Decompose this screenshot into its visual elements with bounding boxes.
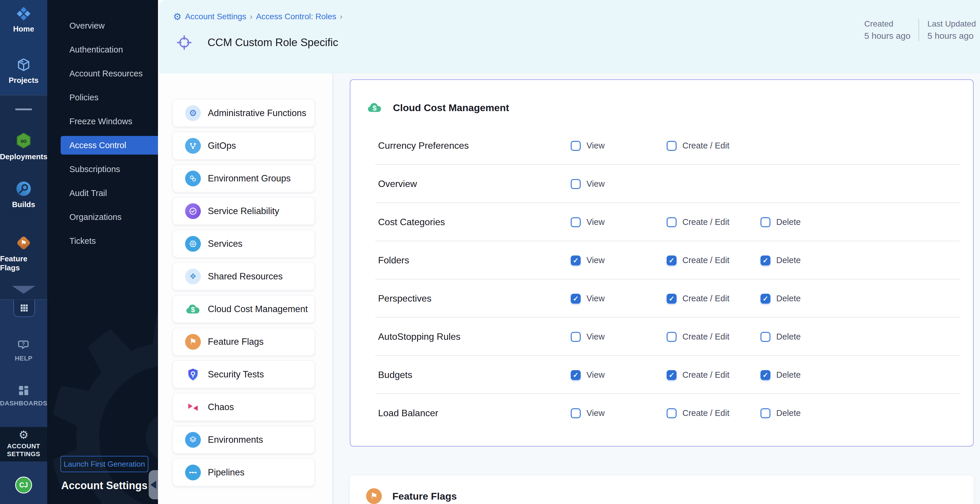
- projects-cube-icon: [16, 57, 32, 73]
- permission-folders-delete: Delete: [760, 255, 848, 265]
- user-avatar[interactable]: CJ: [15, 477, 32, 493]
- permission-row-label: Budgets: [378, 370, 571, 380]
- checkbox-folders-create-edit[interactable]: [667, 255, 676, 265]
- sidebar-item-audit-trail[interactable]: Audit Trail: [47, 181, 158, 205]
- checkbox-cost-categories-view[interactable]: [571, 217, 581, 227]
- sidebar-item-account-resources[interactable]: Account Resources: [47, 62, 158, 85]
- breadcrumb-link-roles[interactable]: Access Control: Roles: [256, 12, 336, 21]
- admin-functions-icon: ⚙: [185, 105, 201, 121]
- sidebar-item-overview[interactable]: Overview: [47, 14, 158, 38]
- sidebar-item-access-control[interactable]: Access Control: [60, 136, 158, 155]
- permission-budgets-view: View: [571, 370, 667, 380]
- checkbox-cost-categories-delete[interactable]: [760, 217, 770, 227]
- breadcrumb-separator: ›: [250, 12, 253, 21]
- gear-icon: ⚙: [19, 429, 29, 440]
- permission-label: Create / Edit: [682, 370, 729, 380]
- sidebar-item-tickets[interactable]: Tickets: [47, 229, 158, 253]
- resource-card-cloud-cost-management[interactable]: $Cloud Cost Management: [173, 295, 315, 323]
- rail-item-home[interactable]: Home: [0, 6, 47, 33]
- resource-card-service-reliability[interactable]: Service Reliability: [173, 197, 315, 225]
- permission-row-label: AutoStopping Rules: [378, 331, 571, 342]
- permission-folders-view: View: [571, 255, 667, 265]
- checkbox-budgets-delete[interactable]: [760, 370, 770, 380]
- checkbox-overview-view[interactable]: [571, 179, 581, 189]
- rail-item-builds[interactable]: Builds: [0, 180, 47, 209]
- resource-card-label: Environments: [208, 435, 263, 445]
- rail-item-label: Projects: [9, 76, 39, 85]
- sidebar-title: Account Settings: [61, 480, 148, 492]
- resource-card-chaos[interactable]: Chaos: [173, 393, 315, 421]
- checkbox-folders-view[interactable]: [571, 255, 581, 265]
- resource-card-label: Cloud Cost Management: [208, 304, 308, 314]
- checkbox-budgets-view[interactable]: [571, 370, 581, 380]
- checkbox-perspectives-view[interactable]: [571, 294, 581, 304]
- permission-load-balancer-view: View: [571, 408, 667, 418]
- sidebar-collapse-button[interactable]: [149, 470, 158, 499]
- resource-card-security-tests[interactable]: Security Tests: [173, 360, 315, 388]
- panel-title: Cloud Cost Management: [393, 102, 509, 113]
- checkbox-cost-categories-create-edit[interactable]: [667, 217, 676, 227]
- resource-card-feature-flags[interactable]: ⚑Feature Flags: [173, 328, 315, 356]
- rail-more-modules[interactable]: [0, 286, 47, 294]
- sidebar-item-authentication[interactable]: Authentication: [47, 38, 158, 62]
- sidebar-item-freeze-windows[interactable]: Freeze Windows: [47, 109, 158, 133]
- resource-card-pipelines[interactable]: Pipelines: [173, 458, 315, 486]
- permission-label: Delete: [776, 332, 801, 341]
- checkbox-perspectives-delete[interactable]: [760, 294, 770, 304]
- resource-card-label: Environment Groups: [208, 173, 291, 184]
- rail-item-help[interactable]: ? HELP: [0, 338, 47, 362]
- resource-card-shared-resources[interactable]: ❖Shared Resources: [173, 263, 315, 290]
- checkbox-autostopping-rules-view[interactable]: [571, 332, 581, 342]
- permission-label: View: [587, 370, 605, 380]
- resource-card-services[interactable]: Services: [173, 230, 315, 258]
- checkbox-budgets-create-edit[interactable]: [667, 370, 676, 380]
- breadcrumb-link-account-settings[interactable]: Account Settings: [185, 12, 246, 21]
- services-icon: [185, 236, 201, 252]
- account-settings-sidebar: ⚙ OverviewAuthenticationAccount Resource…: [47, 0, 158, 504]
- checkbox-load-balancer-create-edit[interactable]: [667, 408, 676, 418]
- sidebar-item-organizations[interactable]: Organizations: [47, 205, 158, 229]
- resource-card-label: Service Reliability: [208, 206, 279, 217]
- resource-card-label: Shared Resources: [208, 271, 283, 282]
- permission-label: Create / Edit: [682, 332, 729, 341]
- checkbox-perspectives-create-edit[interactable]: [667, 294, 676, 304]
- rail-item-label: Deployments: [0, 152, 47, 161]
- harness-app-window: Home Projects ∞ Deployments: [0, 0, 980, 504]
- meta-divider: [918, 19, 919, 41]
- checkbox-folders-delete[interactable]: [760, 255, 770, 265]
- rail-item-account-settings[interactable]: ⚙ ACCOUNT SETTINGS: [0, 429, 47, 458]
- rail-item-feature-flags[interactable]: ⚑ Feature Flags: [0, 234, 47, 273]
- feature-flags-panel: ⚑ Feature Flags: [350, 475, 974, 504]
- rail-section-utilities: [0, 300, 47, 427]
- checkbox-currency-preferences-view[interactable]: [571, 141, 581, 151]
- resource-card-environments[interactable]: Environments: [173, 426, 315, 453]
- permission-perspectives-delete: Delete: [760, 294, 848, 304]
- sidebar-item-subscriptions[interactable]: Subscriptions: [47, 157, 158, 181]
- permission-autostopping-rules-delete: Delete: [760, 332, 848, 342]
- resource-card-administrative-functions[interactable]: ⚙Administrative Functions: [173, 99, 315, 127]
- permission-label: Delete: [776, 255, 801, 265]
- resource-card-gitops[interactable]: GitOps: [173, 132, 315, 159]
- rail-item-dashboards[interactable]: DASHBOARDS: [0, 384, 47, 407]
- harness-logo-icon: [16, 6, 32, 22]
- rail-item-user[interactable]: CJ: [0, 477, 47, 493]
- last-updated-label: Last Updated: [927, 19, 976, 29]
- permission-perspectives-create-edit: Create / Edit: [667, 294, 760, 304]
- rail-item-label: Builds: [12, 200, 35, 209]
- resource-card-environment-groups[interactable]: Environment Groups: [173, 164, 315, 192]
- created-label: Created: [864, 19, 910, 29]
- launch-first-generation-button[interactable]: Launch First Generation: [60, 456, 148, 472]
- rail-item-deployments[interactable]: ∞ Deployments: [0, 132, 47, 161]
- module-grid-button[interactable]: [13, 300, 35, 317]
- sidebar-item-policies[interactable]: Policies: [47, 85, 158, 109]
- checkbox-load-balancer-delete[interactable]: [760, 408, 770, 418]
- checkbox-autostopping-rules-delete[interactable]: [760, 332, 770, 342]
- resource-card-label: Services: [208, 239, 242, 249]
- service-reliability-icon: [185, 203, 201, 219]
- permission-load-balancer-create-edit: Create / Edit: [667, 408, 760, 418]
- checkbox-currency-preferences-create-edit[interactable]: [667, 141, 676, 151]
- checkbox-load-balancer-view[interactable]: [571, 408, 581, 418]
- rail-item-projects[interactable]: Projects: [0, 57, 47, 85]
- checkbox-autostopping-rules-create-edit[interactable]: [667, 332, 676, 342]
- role-meta: Created 5 hours ago Last Updated 5 hours…: [864, 19, 976, 41]
